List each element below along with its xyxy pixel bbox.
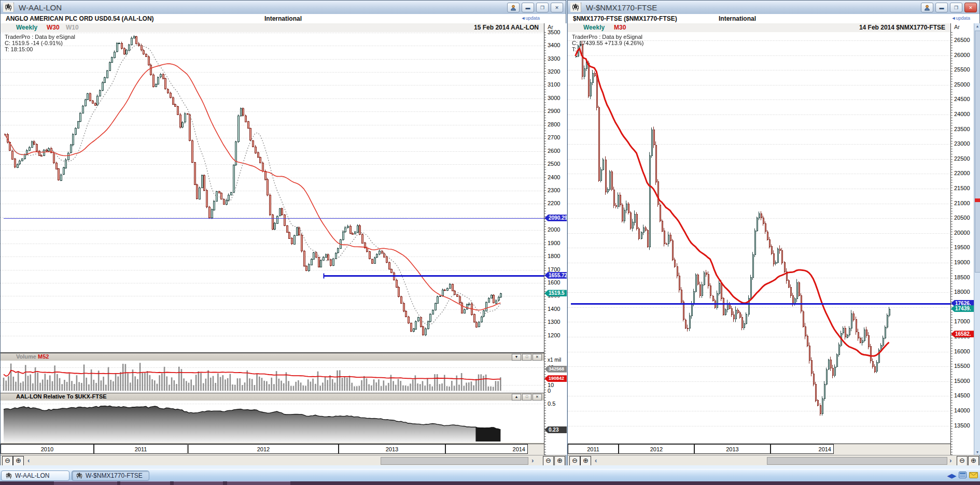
volume-unit-label: x1 mil <box>548 357 561 363</box>
close-button[interactable]: ✕ <box>964 3 977 12</box>
taskbar-button-nmx[interactable]: W-$NMX1770-FTSE <box>72 470 149 481</box>
axis-label: 2600 <box>548 148 560 154</box>
year-axis-cell: 2013 <box>339 444 445 454</box>
scroll-row-aal: ⊖ ⊕ ‹ › ⊖ ⊕ <box>1 455 566 466</box>
scroll-left-icon[interactable]: ‹ <box>27 457 30 464</box>
axis-label: 2500 <box>548 161 560 167</box>
indicator-w30-label[interactable]: W30 <box>47 24 60 31</box>
titlebar-nmx[interactable]: W-$NMX1770-FTSE ▬ ❐ ✕ <box>568 1 979 15</box>
axis-label: 17000 <box>954 318 970 324</box>
scroll-right-icon[interactable]: › <box>949 457 951 464</box>
candlestick-chart-icon <box>6 473 12 479</box>
year-axis-cell: 2012 <box>619 444 694 454</box>
axis-label: 3300 <box>548 55 560 62</box>
price-chart-plot-aal[interactable] <box>1 32 544 353</box>
zoom-in-button[interactable]: ⊕ <box>554 456 565 466</box>
axis-label: 23000 <box>954 140 970 147</box>
relative-plot[interactable] <box>1 401 544 443</box>
price-tag: 0.23 <box>544 426 567 433</box>
volume-plot[interactable] <box>1 361 544 393</box>
zoom-in-button[interactable]: ⊕ <box>13 456 24 466</box>
nav-back-forward-icon[interactable]: ◀▶ <box>947 473 956 479</box>
indicator-w10-label[interactable]: W10 <box>66 24 79 31</box>
price-axis-nmx: Ar 1350014000145001500015500160001650017… <box>950 23 974 455</box>
price-tag: 1519.5 <box>544 290 567 296</box>
close-button[interactable]: ✕ <box>551 3 563 12</box>
zoom-in-button[interactable]: ⊕ <box>968 456 979 466</box>
axis-label: 3500 <box>548 29 560 35</box>
scrollbar-thumb[interactable] <box>767 457 947 465</box>
taskbar-button-label: W-$NMX1770-FTSE <box>86 472 143 479</box>
restore-button[interactable]: ❐ <box>950 3 962 12</box>
year-axis-cell: 2014 <box>445 444 528 454</box>
scrollbar-thumb[interactable] <box>381 457 528 465</box>
axis-label: 24000 <box>954 111 970 117</box>
axis-label: 15500 <box>954 363 970 369</box>
axis-label: 10 <box>548 382 554 388</box>
volume-pane-header: Volume M52 ▼ □ ✕ <box>1 353 544 361</box>
axis-tickstrip <box>544 32 546 455</box>
pane-maximize-button[interactable]: □ <box>522 394 531 401</box>
window-list-icon[interactable] <box>959 471 967 480</box>
price-tag: 17439. <box>951 305 974 312</box>
axis-label: 25500 <box>954 66 970 73</box>
axis-label: 21500 <box>954 185 970 191</box>
minimize-button[interactable]: ▬ <box>522 3 534 12</box>
minimize-button[interactable]: ▬ <box>935 3 948 12</box>
mdi-bottom-band <box>0 465 980 469</box>
indicator-m30-label[interactable]: M30 <box>614 24 626 31</box>
zoom-out-button[interactable]: ⊖ <box>543 456 554 466</box>
zoom-out-button[interactable]: ⊖ <box>569 456 580 466</box>
scroll-up-icon[interactable]: ▲ <box>975 24 980 28</box>
window-title: W-$NMX1770-FTSE <box>586 3 657 12</box>
axis-label: 26500 <box>954 37 970 43</box>
vertical-scrollbar[interactable]: ▲ ▼ <box>974 23 980 455</box>
scroll-left-icon[interactable]: ‹ <box>595 457 597 464</box>
user-icon[interactable] <box>507 3 520 12</box>
axis-label: 20500 <box>954 215 970 221</box>
taskbar-button-aal[interactable]: W-AAL-LON <box>1 470 69 481</box>
user-icon[interactable] <box>921 3 933 12</box>
region-label: International <box>568 15 907 22</box>
axis-label: 0 <box>548 388 551 394</box>
zoom-in-button[interactable]: ⊕ <box>580 456 591 466</box>
axis-label: 2000 <box>548 226 560 233</box>
scroll-right-icon[interactable]: › <box>531 457 534 464</box>
scroll-down-icon[interactable]: ▼ <box>975 450 980 454</box>
pane-close-button[interactable]: ✕ <box>533 394 542 401</box>
time-line: T: <box>572 46 577 52</box>
window-taskbar: W-AAL-LON W-$NMX1770-FTSE ◀▶ <box>0 469 980 482</box>
axis-label: 13500 <box>954 422 970 429</box>
year-axis-cell: 2012 <box>188 444 339 454</box>
timeframe-label[interactable]: Weekly <box>583 24 605 31</box>
axis-label: 19000 <box>954 259 970 265</box>
pane-collapse-button[interactable]: ▼ <box>512 354 521 361</box>
price-chart-plot-nmx[interactable] <box>568 32 950 444</box>
pane-expand-button[interactable]: ▲ <box>512 394 521 401</box>
updata-link[interactable]: ◄updata <box>521 16 540 21</box>
time-line: T: 18:15:00 <box>5 46 33 52</box>
axis-label: 1700 <box>548 266 560 273</box>
pane-maximize-button[interactable]: □ <box>522 354 531 361</box>
year-axis-cell: 2013 <box>694 444 771 454</box>
mail-envelope-icon[interactable] <box>969 471 978 480</box>
volume-indicator-label: M52 <box>38 353 49 360</box>
restore-button[interactable]: ❐ <box>536 3 549 12</box>
zoom-out-button[interactable]: ⊖ <box>957 456 968 466</box>
axis-label: 20000 <box>954 230 970 236</box>
axis-label: 1200 <box>548 332 560 338</box>
pane-close-button[interactable]: ✕ <box>533 354 542 361</box>
zoom-out-button[interactable]: ⊖ <box>2 456 13 466</box>
price-tag: 1655.72 <box>544 272 567 279</box>
updata-link[interactable]: ◄updata <box>951 16 970 21</box>
relative-pane-title: AAL-LON Relative To $UKX-FTSE <box>16 393 107 400</box>
axis-label: 22500 <box>954 155 970 162</box>
timeframe-label[interactable]: Weekly <box>16 24 37 31</box>
candlestick-chart-icon <box>570 3 581 12</box>
axis-label: 2400 <box>548 174 560 180</box>
year-axis-nmx: 2011201220132014 <box>568 444 950 455</box>
instrument-header-row: ANGLO AMERICAN PLC ORD USD0.54 (AAL-LON)… <box>1 14 566 24</box>
titlebar-aal[interactable]: W-AAL-LON ▬ ❐ ✕ <box>1 1 566 15</box>
vertical-scrollbar-thumb[interactable] <box>975 31 980 273</box>
axis-label: 23500 <box>954 126 970 132</box>
